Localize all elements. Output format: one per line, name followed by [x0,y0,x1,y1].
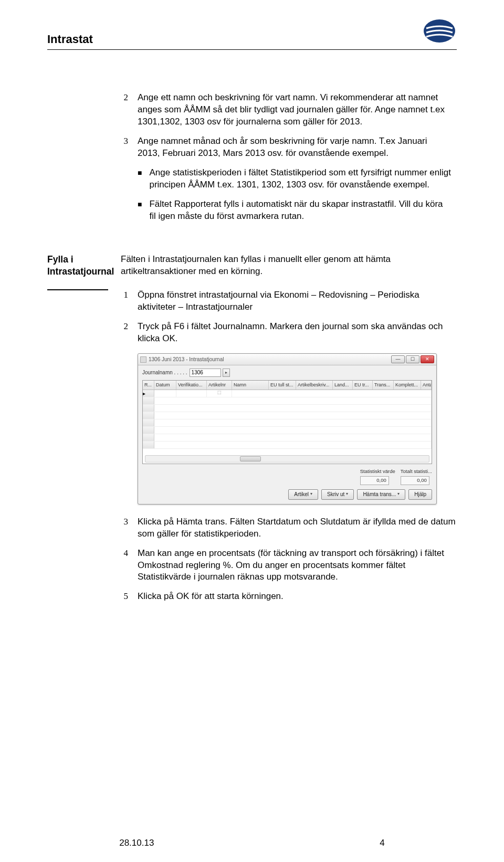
grid-body[interactable]: ▸ ⬚ [143,390,432,449]
grid-row[interactable] [143,419,432,427]
artikel-button[interactable]: Artikel▾ [288,489,318,500]
hjalp-button[interactable]: Hjälp [408,489,432,500]
grid-col-namn[interactable]: Namn [232,381,269,390]
item-text: Öppna fönstret intrastatjournal via Ekon… [138,289,457,313]
journalnamn-value: 1306 [192,369,203,376]
grid-row[interactable] [143,412,432,419]
hamta-trans-button[interactable]: Hämta trans...▾ [357,489,405,500]
journalnamn-input[interactable]: 1306 [190,369,221,377]
grid-col-land[interactable]: Land... [333,381,353,390]
grid-col-artikelnr[interactable]: Artikelnr [207,381,232,390]
journalnamn-lookup-button[interactable]: ▸ [223,369,230,377]
maximize-button[interactable]: ☐ [406,355,419,363]
item-number: 3 [121,516,128,540]
item-text: Klicka på Hämta trans. Fälten Startdatum… [138,516,457,540]
horizontal-scrollbar[interactable] [145,455,429,462]
grid-col-artikelbeskriv[interactable]: Artikelbeskriv... [296,381,333,390]
numbered-item-2: 2 Ange ett namn och beskrivning för vart… [121,92,452,128]
window-title: 1306 Juni 2013 - Intrastatjournal [149,356,224,363]
grid-row[interactable] [143,427,432,434]
section-heading: Fylla i Intrastatjournal [47,254,108,610]
grid-col-eutr[interactable]: EU tr... [353,381,373,390]
lookup-icon[interactable]: ⬚ [207,390,232,397]
numbered-item-1: 1 Öppna fönstret intrastatjournal via Ek… [121,289,457,313]
minimize-button[interactable]: — [391,355,405,363]
square-bullet-icon: ■ [138,167,142,191]
bullet-item: ■ Ange statistiskperioden i fältet Stati… [138,167,452,191]
grid-row[interactable] [143,434,432,441]
window-button-row: Artikel▾ Skriv ut▾ Hämta trans...▾ Hjälp [142,489,432,500]
section-heading-text: Fylla i Intrastatjournal [47,254,114,277]
grid-col-datum[interactable]: Datum [154,381,176,390]
footer-page-number: 4 [380,838,384,848]
statistiskt-varde-label: Statistiskt värde [360,468,395,475]
numbered-item-2: 2 Tryck på F6 i fältet Journalnamn. Mark… [121,321,457,345]
chevron-down-icon: ▾ [310,491,312,497]
section-body: Fälten i Intrastatjournalen kan fyllas i… [121,254,457,610]
grid-col-eutull[interactable]: EU tull st... [269,381,296,390]
item-number: 3 [121,135,128,160]
statistiskt-varde-value: 0,00 [360,476,389,485]
window-icon [140,356,146,363]
row-selector[interactable]: ▸ [143,390,154,397]
totals-row: Statistiskt värde 0,00 Totalt statisti..… [142,468,432,485]
bullet-text: Ange statistiskperioden i fältet Statist… [149,167,452,191]
grid-header-row: R... Datum Verifikatio... Artikelnr Namn… [143,381,432,390]
company-logo-icon [422,18,457,44]
grid-row[interactable] [143,441,432,449]
item-number: 5 [121,591,128,603]
grid-col-verifikatio[interactable]: Verifikatio... [176,381,207,390]
numbered-item-3: 3 Klicka på Hämta trans. Fälten Startdat… [121,516,457,540]
numbered-item-4: 4 Man kan ange en procentsats (för täckn… [121,548,457,584]
item-number: 1 [121,289,128,313]
totalt-statist-value: 0,00 [401,476,429,485]
journalnamn-field-row: Journalnamn . . . . . 1306 ▸ [142,369,432,377]
grid-col-komplett[interactable]: Komplett... [394,381,421,390]
page-footer: 28.10.13 4 [0,838,504,848]
heading-underline [47,289,108,290]
item-number: 2 [121,321,128,345]
content-block-1: 2 Ange ett namn och beskrivning för vart… [121,92,452,222]
chevron-down-icon: ▾ [397,491,400,497]
section-fylla-intrastatjournal: Fylla i Intrastatjournal Fälten i Intras… [47,254,457,610]
numbered-item-5: 5 Klicka på OK för att starta körningen. [121,591,457,603]
journalnamn-label: Journalnamn . . . . . [142,369,187,376]
grid-row[interactable] [143,397,432,405]
scrollbar-thumb[interactable] [240,456,261,461]
header-title: Intrastat [47,18,93,46]
window-titlebar[interactable]: 1306 Juni 2013 - Intrastatjournal — ☐ ✕ [138,354,436,365]
item-number: 2 [121,92,128,128]
grid-row[interactable] [143,405,432,412]
numbered-item-3: 3 Ange namnet månad och år som beskrivni… [121,135,452,160]
item-number: 4 [121,548,128,584]
section-intro: Fälten i Intrastatjournalen kan fyllas i… [121,254,457,278]
intrastatjournal-window: 1306 Juni 2013 - Intrastatjournal — ☐ ✕ … [138,353,437,504]
item-text: Ange ett namn och beskrivning för vart n… [138,92,452,128]
item-text: Man kan ange en procentsats (för täcknin… [138,548,457,584]
totalt-statist-label: Totalt statisti... [401,468,432,475]
grid-col-antal[interactable]: Antal [421,381,432,390]
skriv-ut-button[interactable]: Skriv ut▾ [321,489,354,500]
bullet-item: ■ Fältet Rapporterat fylls i automatiskt… [138,198,452,223]
grid-col-r[interactable]: R... [143,381,154,390]
chevron-down-icon: ▾ [346,491,348,497]
grid-row[interactable]: ▸ ⬚ [143,390,432,397]
item-text: Klicka på OK för att starta körningen. [138,591,457,603]
close-button[interactable]: ✕ [421,355,434,363]
footer-date: 28.10.13 [119,838,154,848]
grid-col-trans[interactable]: Trans... [373,381,394,390]
item-text: Tryck på F6 i fältet Journalnamn. Marker… [138,321,457,345]
square-bullet-icon: ■ [138,198,142,223]
bullet-text: Fältet Rapporterat fylls i automatiskt n… [149,198,452,223]
page-header: Intrastat [47,18,457,50]
item-text: Ange namnet månad och år som beskrivning… [138,135,452,160]
journal-grid[interactable]: R... Datum Verifikatio... Artikelnr Namn… [142,380,432,464]
